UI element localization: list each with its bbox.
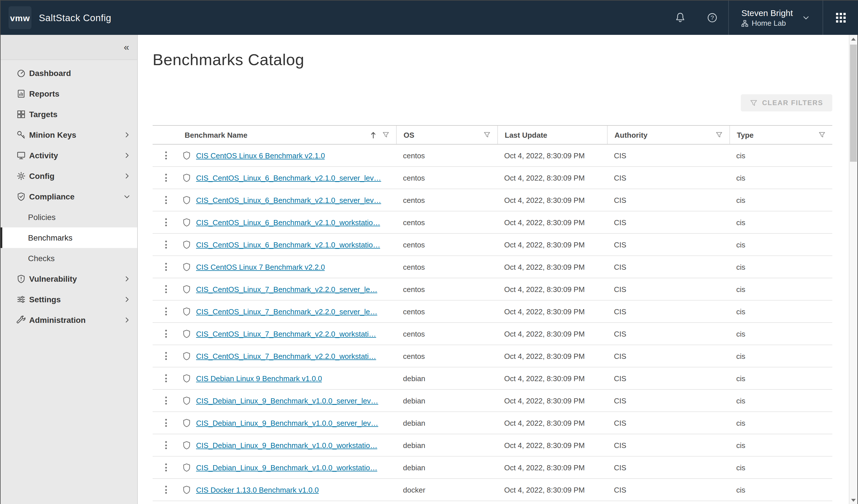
table-row: CIS CentOS Linux 7 Benchmark v2.2.0 cent… <box>153 256 832 278</box>
benchmark-link[interactable]: CIS_CentOS_Linux_6_Benchmark_v2.1.0_serv… <box>196 174 381 182</box>
sidebar-item-activity[interactable]: Activity <box>1 145 137 166</box>
sidebar-item-compliance[interactable]: Compliance <box>1 186 137 207</box>
benchmarks-table: Benchmark Name OS <box>153 125 832 501</box>
column-header-authority[interactable]: Authority <box>607 126 729 144</box>
filter-icon[interactable] <box>382 131 389 138</box>
row-actions-button[interactable] <box>158 459 173 476</box>
row-actions-button[interactable] <box>158 214 173 231</box>
scrollbar-down-button[interactable] <box>849 496 857 504</box>
sort-ascending-icon[interactable] <box>370 131 377 139</box>
last-update-cell: Oct 4, 2022, 8:30:09 PM <box>497 307 607 316</box>
benchmark-name-cell: CIS_CentOS_Linux_6_Benchmark_v2.1.0_work… <box>153 214 396 231</box>
reports-icon <box>17 89 26 98</box>
row-actions-button[interactable] <box>158 236 173 253</box>
column-header-os[interactable]: OS <box>396 126 497 144</box>
sidebar-item-settings[interactable]: Settings <box>1 289 137 310</box>
benchmark-link[interactable]: CIS_CentOS_Linux_6_Benchmark_v2.1.0_serv… <box>196 196 381 204</box>
last-update-cell: Oct 4, 2022, 8:30:09 PM <box>497 463 607 472</box>
scrollbar-up-button[interactable] <box>849 35 857 44</box>
notifications-button[interactable] <box>664 1 696 35</box>
row-actions-button[interactable] <box>158 147 173 164</box>
last-update-cell: Oct 4, 2022, 8:30:09 PM <box>497 374 607 383</box>
row-actions-button[interactable] <box>158 325 173 342</box>
column-header-benchmark-name[interactable]: Benchmark Name <box>153 126 396 144</box>
benchmark-link[interactable]: CIS Debian Linux 9 Benchmark v1.0.0 <box>196 374 322 383</box>
row-actions-button[interactable] <box>158 258 173 275</box>
row-actions-button[interactable] <box>158 437 173 454</box>
table-row: CIS_CentOS_Linux_7_Benchmark_v2.2.0_serv… <box>153 300 832 323</box>
wrench-icon <box>17 315 26 325</box>
benchmark-link[interactable]: CIS_Debian_Linux_9_Benchmark_v1.0.0_work… <box>196 463 378 472</box>
benchmark-link[interactable]: CIS_Debian_Linux_9_Benchmark_v1.0.0_work… <box>196 441 378 450</box>
last-update-cell: Oct 4, 2022, 8:30:09 PM <box>497 396 607 405</box>
sidebar-item-config[interactable]: Config <box>1 166 137 186</box>
last-update-cell: Oct 4, 2022, 8:30:09 PM <box>497 329 607 338</box>
column-header-type[interactable]: Type <box>729 126 832 144</box>
sidebar-collapse-button[interactable]: « <box>124 42 129 52</box>
authority-cell: CIS <box>607 285 729 293</box>
table-row: CIS_Debian_Linux_9_Benchmark_v1.0.0_work… <box>153 457 832 479</box>
row-actions-button[interactable] <box>158 414 173 432</box>
last-update-cell: Oct 4, 2022, 8:30:09 PM <box>497 151 607 160</box>
sidebar-collapse-row: « <box>1 35 137 60</box>
authority-cell: CIS <box>607 441 729 450</box>
benchmark-link[interactable]: CIS_CentOS_Linux_7_Benchmark_v2.2.0_serv… <box>196 285 377 293</box>
authority-cell: CIS <box>607 463 729 472</box>
sidebar-item-reports[interactable]: Reports <box>1 83 137 104</box>
benchmark-link[interactable]: CIS_CentOS_Linux_6_Benchmark_v2.1.0_work… <box>196 240 380 249</box>
sidebar-item-dashboard[interactable]: Dashboard <box>1 63 137 83</box>
filter-icon[interactable] <box>819 131 825 138</box>
filter-icon[interactable] <box>483 131 490 138</box>
help-button[interactable]: ? <box>696 1 728 35</box>
type-cell: cis <box>729 285 832 293</box>
benchmark-link[interactable]: CIS CentOS Linux 6 Benchmark v2.1.0 <box>196 151 325 160</box>
authority-cell: CIS <box>607 263 729 271</box>
svg-text:?: ? <box>711 14 714 21</box>
last-update-cell: Oct 4, 2022, 8:30:09 PM <box>497 240 607 249</box>
triangle-down-icon <box>851 499 856 502</box>
type-cell: cis <box>729 374 832 383</box>
row-actions-button[interactable] <box>158 370 173 387</box>
benchmark-link[interactable]: CIS Docker 1.13.0 Benchmark v1.0.0 <box>196 485 319 494</box>
row-actions-button[interactable] <box>158 169 173 186</box>
shield-icon <box>182 396 191 405</box>
sidebar-item-minion-keys[interactable]: Minion Keys <box>1 125 137 145</box>
benchmark-link[interactable]: CIS_Debian_Linux_9_Benchmark_v1.0.0_serv… <box>196 419 378 427</box>
row-actions-button[interactable] <box>158 192 173 209</box>
sidebar-item-administration[interactable]: Administration <box>1 310 137 330</box>
sidebar-item-benchmarks[interactable]: Benchmarks <box>1 227 137 248</box>
type-cell: cis <box>729 218 832 227</box>
table-row: CIS_CentOS_Linux_7_Benchmark_v2.2.0_work… <box>153 345 832 368</box>
os-cell: centos <box>396 352 497 360</box>
user-menu[interactable]: Steven Bright Home Lab <box>729 1 823 35</box>
benchmark-link[interactable]: CIS_CentOS_Linux_7_Benchmark_v2.2.0_serv… <box>196 307 377 316</box>
shield-icon <box>182 329 191 338</box>
sidebar-item-targets[interactable]: Targets <box>1 104 137 125</box>
sidebar-item-vulnerability[interactable]: Vulnerability <box>1 269 137 289</box>
app-switcher-button[interactable] <box>823 1 858 35</box>
type-cell: cis <box>729 419 832 427</box>
benchmark-link[interactable]: CIS_Debian_Linux_9_Benchmark_v1.0.0_serv… <box>196 396 378 405</box>
scrollbar-thumb[interactable] <box>850 45 857 162</box>
shield-icon <box>182 374 191 383</box>
benchmark-link[interactable]: CIS_CentOS_Linux_7_Benchmark_v2.2.0_work… <box>196 329 376 338</box>
benchmark-link[interactable]: CIS_CentOS_Linux_7_Benchmark_v2.2.0_work… <box>196 352 376 360</box>
benchmark-link[interactable]: CIS CentOS Linux 7 Benchmark v2.2.0 <box>196 263 325 271</box>
sidebar-item-policies[interactable]: Policies <box>1 207 137 227</box>
chevron-down-icon <box>124 193 130 200</box>
os-cell: centos <box>396 174 497 182</box>
sidebar-item-checks[interactable]: Checks <box>1 248 137 269</box>
row-actions-button[interactable] <box>158 303 173 320</box>
row-actions-button[interactable] <box>158 392 173 409</box>
row-actions-button[interactable] <box>158 347 173 364</box>
benchmark-name-cell: CIS_Debian_Linux_9_Benchmark_v1.0.0_work… <box>153 459 396 476</box>
row-actions-button[interactable] <box>158 280 173 298</box>
column-header-last-update[interactable]: Last Update <box>497 126 607 144</box>
authority-cell: CIS <box>607 196 729 204</box>
filter-icon[interactable] <box>716 131 722 138</box>
benchmark-link[interactable]: CIS_CentOS_Linux_6_Benchmark_v2.1.0_work… <box>196 218 380 227</box>
clear-filters-button[interactable]: CLEAR FILTERS <box>741 94 832 111</box>
clear-filters-label: CLEAR FILTERS <box>762 99 823 107</box>
type-cell: cis <box>729 240 832 249</box>
row-actions-button[interactable] <box>158 481 173 498</box>
